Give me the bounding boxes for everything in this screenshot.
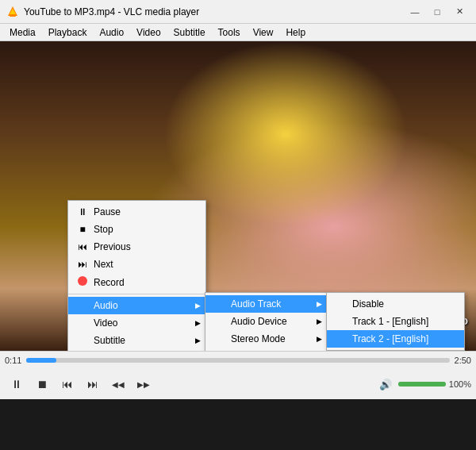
ctx-pause[interactable]: ⏸ Pause [68, 203, 205, 221]
maximize-button[interactable]: □ [427, 4, 447, 20]
vlc-icon [6, 6, 19, 18]
pause-icon: ⏸ [75, 206, 90, 217]
previous-icon: ⏮ [75, 241, 90, 252]
menu-help[interactable]: Help [279, 24, 312, 40]
prev-icon: ⏮ [62, 378, 73, 390]
ctx-previous[interactable]: ⏮ Previous [68, 238, 205, 256]
video-area: en to ⏸ Pause ■ Stop ⏮ Previous ⏭ Next R… [0, 41, 476, 351]
faster-button[interactable]: ▶▶ [132, 372, 155, 396]
ctx-subtitle-label: Subtitle [94, 335, 125, 346]
ctx-audio-device-label: Audio Device [231, 316, 287, 327]
ctx-video[interactable]: Video [68, 314, 205, 332]
faster-icon: ▶▶ [137, 380, 150, 389]
ctx-audio-track-label: Audio Track [231, 298, 281, 310]
menu-subtitle[interactable]: Subtitle [167, 24, 212, 40]
total-time: 2:50 [455, 356, 471, 365]
ctx-next[interactable]: ⏭ Next [68, 256, 205, 273]
stop-button[interactable]: ⏹ [30, 372, 54, 396]
context-menu-main: ⏸ Pause ■ Stop ⏮ Previous ⏭ Next Record … [67, 200, 206, 351]
menu-media[interactable]: Media [3, 24, 42, 40]
slower-button[interactable]: ◀◀ [106, 372, 130, 396]
minimize-button[interactable]: — [405, 4, 425, 20]
ctx-previous-label: Previous [94, 241, 131, 252]
next-icon: ⏭ [87, 378, 98, 390]
ctx-track-2[interactable]: Track 2 - [English] [327, 330, 464, 348]
record-icon [75, 276, 90, 288]
play-pause-button[interactable]: ⏸ [5, 372, 29, 396]
progress-bar[interactable] [26, 358, 449, 363]
stop-icon: ■ [75, 224, 90, 235]
progress-fill [26, 358, 56, 363]
ctx-stop-label: Stop [94, 224, 113, 235]
ctx-record-label: Record [94, 277, 125, 288]
svg-rect-2 [10, 15, 16, 17]
context-menu-audio: Audio Track Audio Device Stereo Mode Vis… [205, 292, 328, 351]
ctx-sep-1 [68, 294, 205, 294]
stop-ctrl-icon: ⏹ [36, 378, 48, 390]
volume-fill [398, 382, 446, 387]
volume-icon: 🔊 [379, 379, 392, 390]
ctx-record[interactable]: Record [68, 273, 205, 291]
menu-audio[interactable]: Audio [93, 24, 130, 40]
progress-row: 0:11 2:50 [0, 352, 476, 369]
menu-video[interactable]: Video [130, 24, 167, 40]
ctx-next-label: Next [94, 259, 113, 270]
menu-tools[interactable]: Tools [212, 24, 247, 40]
ctx-audio-label: Audio [94, 300, 118, 311]
ctx-stereo-mode-label: Stereo Mode [231, 333, 286, 344]
ctx-visualizations[interactable]: Visualizations [205, 348, 327, 351]
close-button[interactable]: ✕ [449, 4, 470, 20]
prev-button[interactable]: ⏮ [56, 372, 79, 396]
controls-row: ⏸ ⏹ ⏮ ⏭ ◀◀ ▶▶ 🔊 100% [0, 369, 476, 399]
ctx-audio-track[interactable]: Audio Track [205, 295, 327, 313]
window-controls: — □ ✕ [405, 4, 470, 20]
menu-playback[interactable]: Playback [42, 24, 94, 40]
play-pause-icon: ⏸ [11, 378, 22, 390]
ctx-pause-label: Pause [94, 206, 121, 217]
context-menu-track: Disable Track 1 - [English] Track 2 - [E… [326, 292, 465, 351]
window-title: YouTube to MP3.mp4 - VLC media player [24, 6, 405, 17]
menu-view[interactable]: View [247, 24, 280, 40]
volume-label: 100% [449, 379, 471, 389]
volume-container: 🔊 100% [376, 372, 471, 396]
ctx-audio-device[interactable]: Audio Device [205, 313, 327, 330]
ctx-stereo-mode[interactable]: Stereo Mode [205, 330, 327, 348]
track-2-icon [333, 333, 349, 344]
ctx-track-1[interactable]: Track 1 - [English] [327, 313, 464, 330]
slower-icon: ◀◀ [112, 380, 125, 389]
controls-bar: 0:11 2:50 ⏸ ⏹ ⏮ ⏭ ◀◀ ▶▶ 🔊 [0, 351, 476, 399]
ctx-audio[interactable]: Audio [68, 297, 205, 314]
menu-bar: Media Playback Audio Video Subtitle Tool… [0, 24, 476, 41]
ctx-subtitle[interactable]: Subtitle [68, 332, 205, 349]
ctx-track-1-label: Track 1 - [English] [352, 316, 428, 327]
ctx-track-2-label: Track 2 - [English] [352, 333, 428, 344]
ctx-playback[interactable]: Playback [68, 349, 205, 351]
next-button[interactable]: ⏭ [81, 372, 105, 396]
ctx-track-disable[interactable]: Disable [327, 295, 464, 313]
ctx-track-disable-label: Disable [352, 298, 384, 310]
current-time: 0:11 [5, 356, 21, 365]
ctx-stop[interactable]: ■ Stop [68, 221, 205, 238]
title-bar: YouTube to MP3.mp4 - VLC media player — … [0, 0, 476, 24]
ctx-video-label: Video [94, 317, 117, 329]
volume-bar[interactable] [398, 382, 446, 387]
volume-button[interactable]: 🔊 [376, 372, 395, 396]
next-icon: ⏭ [75, 259, 90, 270]
